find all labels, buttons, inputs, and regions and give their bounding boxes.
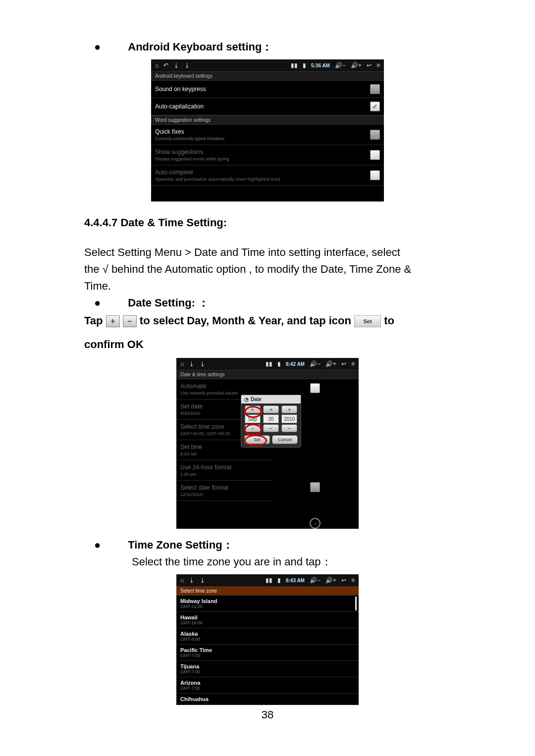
list-item[interactable]: Quick fixes Corrects commonly typed mist… (151, 125, 384, 145)
menu-icon[interactable]: ≡ (376, 62, 380, 69)
status-clock: 5:36 AM (311, 63, 330, 68)
section-header: Android keyboard settings (151, 71, 384, 81)
minus-button[interactable]: – (123, 315, 137, 327)
row-subtitle: Corrects commonly typed mistakes (155, 136, 366, 141)
heading-datetime: 4.4.4.7 Date & Time Setting: (84, 216, 451, 229)
checkbox-checked-icon[interactable]: ✓ (370, 101, 380, 111)
statusbar: ⌂ ↶ ⭳ ⭳ ▮▮ ▮ 5:36 AM 🔊− 🔊+ ↩ ≡ (151, 59, 384, 71)
menu-icon[interactable]: ≡ (351, 360, 355, 367)
signal-icon: ▮▮ (291, 62, 298, 69)
timezone-name: Alaska (180, 631, 355, 637)
back-arrow-icon[interactable]: ↩ (367, 62, 372, 69)
checkbox-icon[interactable]: ✓ (310, 482, 320, 492)
row-subtitle: Display suggested words while typing (155, 156, 366, 161)
month-value[interactable]: Sep (245, 414, 261, 423)
screenshot-timezone: ⌂ ⭳ ⭳ ▮▮ ▮ 8:43 AM 🔊− 🔊+ ↩ ≡ Select time… (176, 574, 359, 705)
instruction-line: Tap + – to select Day, Month & Year, and… (84, 312, 451, 329)
row-title: Auto-complete (155, 169, 366, 176)
download-icon: ⭳ (173, 62, 179, 69)
timezone-name: Pacific Time (180, 647, 355, 653)
year-value[interactable]: 2010 (281, 414, 297, 423)
timezone-name: Chihuahua (180, 696, 355, 702)
dialog-cancel-button[interactable]: Cancel (272, 435, 298, 444)
timezone-name: Tijuana (180, 663, 355, 669)
volume-up-icon[interactable]: 🔊+ (351, 62, 362, 69)
timezone-offset: GMT-8:00 (180, 637, 355, 642)
year-minus-button[interactable]: − (281, 424, 297, 432)
year-plus-button[interactable]: + (281, 405, 297, 413)
checkbox-icon[interactable]: ✓ (370, 84, 380, 94)
day-minus-button[interactable]: − (263, 424, 279, 432)
statusbar: ⌂ ⭳ ⭳ ▮▮ ▮ 8:42 AM 🔊− 🔊+ ↩ ≡ (176, 358, 359, 370)
list-item[interactable]: Auto-capitalization ✓ (151, 98, 384, 115)
bullet-dot: ● (94, 42, 101, 52)
list-item[interactable]: Use 24-hour format 1:00 pm (176, 460, 272, 481)
timezone-row[interactable]: TijuanaGMT-7:00 (176, 661, 359, 677)
timezone-name: Arizona (180, 680, 355, 686)
clock-icon: ◔ (244, 397, 249, 402)
day-value[interactable]: 20 (263, 414, 279, 423)
screenshot-date-settings: ⌂ ⭳ ⭳ ▮▮ ▮ 8:42 AM 🔊− 🔊+ ↩ ≡ Date & time… (176, 358, 359, 529)
timezone-offset: GMT-7:00 (180, 686, 355, 691)
row-title: Sound on keypress (155, 86, 366, 93)
home-icon[interactable]: ⌂ (155, 62, 159, 69)
timezone-row[interactable]: HawaiiGMT-10:00 (176, 612, 359, 628)
volume-down-icon[interactable]: 🔊− (335, 62, 346, 69)
timezone-offset: GMT-11:00 (180, 604, 355, 609)
more-arrow-icon[interactable]: › (310, 518, 321, 529)
download-icon: ⭳ (189, 360, 195, 367)
checkbox-icon[interactable]: ✓ (370, 130, 380, 140)
volume-up-icon[interactable]: 🔊+ (325, 360, 336, 367)
row-subtitle: 12/31/2010 (180, 492, 268, 497)
row-title: Select date format (180, 484, 268, 491)
menu-icon[interactable]: ≡ (351, 577, 355, 584)
back-icon[interactable]: ↶ (163, 62, 168, 69)
row-title: Automatic (180, 383, 268, 390)
bullet-dot: ● (94, 298, 101, 308)
month-plus-button[interactable]: + (245, 405, 261, 413)
timezone-row[interactable]: Pacific TimeGMT-7:00 (176, 645, 359, 661)
timezone-offset: GMT-10:00 (180, 620, 355, 625)
checkbox-icon: ✓ (370, 170, 380, 180)
timezone-offset: GMT-7:00 (180, 653, 355, 658)
set-button[interactable]: Set (354, 315, 381, 327)
list-item[interactable]: Sound on keypress ✓ (151, 81, 384, 98)
download-icon: ⭳ (200, 577, 206, 584)
timezone-offset: GMT-7:00 (180, 669, 355, 674)
back-arrow-icon[interactable]: ↩ (341, 577, 346, 584)
volume-down-icon[interactable]: 🔊− (310, 360, 321, 367)
section-header: Word suggestion settings (151, 115, 384, 125)
signal-icon: ▮▮ (266, 577, 272, 584)
signal-icon: ▮▮ (266, 360, 272, 367)
volume-down-icon[interactable]: 🔊− (310, 577, 321, 584)
timezone-row[interactable]: ArizonaGMT-7:00 (176, 677, 359, 694)
volume-up-icon[interactable]: 🔊+ (325, 577, 336, 584)
home-icon[interactable]: ⌂ (180, 360, 184, 367)
timezone-name: Midway Island (180, 598, 355, 604)
row-title: Show suggestions (155, 149, 366, 155)
plus-button[interactable]: + (106, 315, 120, 327)
row-subtitle: Spacebar and punctuation automatically i… (155, 177, 366, 182)
dialog-title: Date (251, 397, 262, 402)
checkbox-icon[interactable]: ✓ (310, 383, 320, 393)
month-minus-button[interactable]: − (245, 424, 261, 432)
paragraph: Time. (84, 278, 451, 295)
timezone-row[interactable]: Midway IslandGMT-11:00 (176, 596, 359, 612)
row-title: Quick fixes (155, 128, 366, 135)
row-subtitle: 8:42 AM (180, 452, 268, 456)
heading-timezone: Time Zone Setting： (128, 538, 233, 553)
back-arrow-icon[interactable]: ↩ (341, 360, 346, 367)
paragraph: Select Setting Menu > Date and Time into… (84, 244, 451, 261)
row-title: Auto-capitalization (155, 103, 366, 110)
download-icon: ⭳ (189, 577, 195, 584)
timezone-row[interactable]: Chihuahua (176, 694, 359, 705)
home-icon[interactable]: ⌂ (180, 577, 184, 584)
list-item: Show suggestions Display suggested words… (151, 145, 384, 165)
list-item[interactable]: Select date format 12/31/2010 (176, 481, 272, 501)
status-clock: 8:43 AM (286, 578, 305, 583)
download-icon: ⭳ (200, 360, 206, 367)
status-clock: 8:42 AM (286, 361, 305, 367)
dialog-set-button[interactable]: Set (244, 435, 270, 444)
timezone-row[interactable]: AlaskaGMT-8:00 (176, 628, 359, 645)
day-plus-button[interactable]: + (263, 405, 279, 413)
